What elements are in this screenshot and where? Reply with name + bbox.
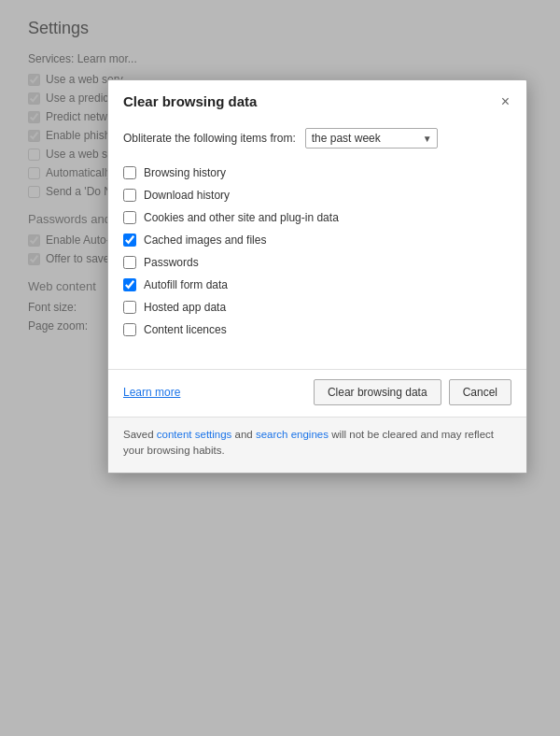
list-item: Passwords (123, 251, 511, 274)
checkbox-list: Browsing history Download history Cookie… (123, 162, 511, 341)
browsing-history-checkbox[interactable] (123, 166, 136, 179)
dialog-title: Clear browsing data (123, 93, 257, 109)
time-select-wrapper[interactable]: the past hour the past day the past week… (305, 128, 438, 149)
autofill-label[interactable]: Autofill form data (144, 278, 228, 291)
download-history-label[interactable]: Download history (144, 189, 230, 202)
learn-more-link[interactable]: Learn more (123, 386, 180, 399)
content-licences-checkbox[interactable] (123, 323, 136, 336)
hosted-app-label[interactable]: Hosted app data (144, 301, 226, 314)
obliterate-label: Obliterate the following items from: (123, 132, 296, 145)
cached-images-checkbox[interactable] (123, 234, 136, 247)
autofill-checkbox[interactable] (123, 278, 136, 291)
dialog-body: Obliterate the following items from: the… (108, 119, 526, 369)
cached-images-label[interactable]: Cached images and files (144, 234, 266, 247)
content-settings-link[interactable]: content settings (157, 429, 232, 440)
cookies-checkbox[interactable] (123, 211, 136, 224)
close-button[interactable]: × (499, 94, 511, 109)
download-history-checkbox[interactable] (123, 189, 136, 202)
cookies-label[interactable]: Cookies and other site and plug-in data (144, 211, 339, 224)
dialog-header: Clear browsing data × (108, 80, 526, 119)
footer-text-2: and (231, 429, 256, 440)
time-period-select[interactable]: the past hour the past day the past week… (305, 128, 438, 149)
clear-browsing-data-button[interactable]: Clear browsing data (314, 379, 441, 405)
action-buttons: Clear browsing data Cancel (314, 379, 511, 405)
footer-text-1: Saved (123, 429, 157, 440)
list-item: Cached images and files (123, 229, 511, 251)
content-licences-label[interactable]: Content licences (144, 323, 227, 336)
list-item: Download history (123, 184, 511, 206)
search-engines-link[interactable]: search engines (256, 429, 329, 440)
cancel-button[interactable]: Cancel (449, 379, 511, 405)
list-item: Autofill form data (123, 274, 511, 296)
dialog-actions: Learn more Clear browsing data Cancel (108, 369, 526, 417)
passwords-label[interactable]: Passwords (144, 256, 199, 269)
list-item: Browsing history (123, 162, 511, 184)
clear-browsing-data-dialog: Clear browsing data × Obliterate the fol… (107, 79, 527, 474)
dialog-footer: Saved content settings and search engine… (108, 417, 526, 473)
obliterate-row: Obliterate the following items from: the… (123, 128, 511, 149)
hosted-app-checkbox[interactable] (123, 301, 136, 314)
list-item: Content licences (123, 318, 511, 341)
browsing-history-label[interactable]: Browsing history (144, 166, 226, 179)
list-item: Cookies and other site and plug-in data (123, 206, 511, 229)
passwords-checkbox[interactable] (123, 256, 136, 269)
list-item: Hosted app data (123, 296, 511, 318)
